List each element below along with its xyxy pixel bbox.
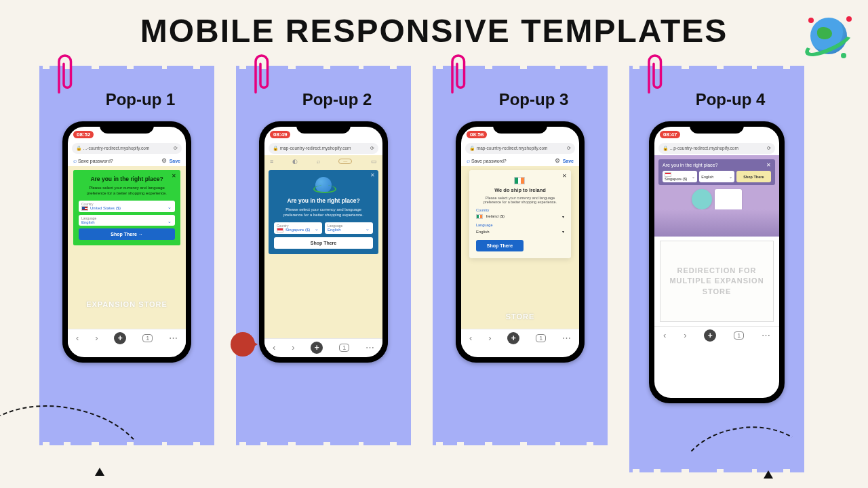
paperclip-icon xyxy=(642,51,666,98)
url-bar[interactable]: 🔒 map-country-redirect.myshopify.com⟳ xyxy=(465,143,575,154)
lock-icon: 🔒 xyxy=(273,146,279,150)
page-title: MOBILE RESPONSIVE TEMPLATES xyxy=(0,0,868,49)
globe-icon xyxy=(804,14,853,62)
refresh-icon[interactable]: ⟳ xyxy=(767,146,771,151)
save-password-prompt: Save password? xyxy=(78,159,113,163)
more-icon[interactable]: ⋯ xyxy=(366,342,374,352)
refresh-icon[interactable]: ⟳ xyxy=(567,146,571,151)
language-select[interactable]: English▾ xyxy=(476,228,564,236)
status-time: 08:49 xyxy=(270,131,290,138)
browser-nav: ‹ › + 1 ⋯ xyxy=(654,326,779,344)
lock-icon: 🔒 xyxy=(663,146,669,150)
paperclip-icon xyxy=(52,51,76,98)
bag-icon[interactable]: ▭ xyxy=(371,158,377,165)
url-bar[interactable]: 🔒 map-country-redirect.myshopify.com⟳ xyxy=(269,143,378,154)
logo-icon: ◐ xyxy=(292,158,298,165)
template-card-4: Pop-up 4 08:47 🔒 ...p-country-redirect.m… xyxy=(629,66,804,472)
lock-icon: 🔒 xyxy=(76,146,82,150)
back-icon[interactable]: ‹ xyxy=(469,333,472,343)
flag-sg-icon xyxy=(665,172,671,177)
save-button[interactable]: Save xyxy=(563,159,574,163)
template-card-3: Pop-up 3 08:56 🔒 map-country-redirect.my… xyxy=(433,66,608,445)
chevron-down-icon: ⌄ xyxy=(167,219,172,224)
search-icon[interactable]: ⌕ xyxy=(317,158,320,165)
back-icon[interactable]: ‹ xyxy=(76,333,79,343)
country-select[interactable]: Ireland ($)▾ xyxy=(476,213,564,221)
new-tab-button[interactable]: + xyxy=(507,332,519,344)
more-icon[interactable]: ⋯ xyxy=(762,330,770,340)
card-label: Pop-up 4 xyxy=(665,90,796,109)
template-card-1: Pop-up 1 08:52 🔒 ...-country-redirect.my… xyxy=(39,66,214,445)
url-bar[interactable]: 🔒 ...-country-redirect.myshopify.com⟳ xyxy=(72,143,182,154)
refresh-icon[interactable]: ⟳ xyxy=(174,146,178,151)
decorative-dot xyxy=(231,332,255,357)
language-select[interactable]: English⌄ xyxy=(699,171,734,182)
language-select[interactable]: Language English ⌄ xyxy=(79,215,175,226)
shop-there-button[interactable]: Shop There xyxy=(476,240,524,251)
more-icon[interactable]: ⋯ xyxy=(562,333,571,343)
back-icon[interactable]: ‹ xyxy=(273,342,275,352)
arrow-up-icon xyxy=(95,468,104,476)
new-tab-button[interactable]: + xyxy=(114,332,126,344)
chevron-down-icon: ⌄ xyxy=(729,175,732,179)
popup-heading: Are you in the right place? xyxy=(663,163,717,167)
close-icon[interactable]: ✕ xyxy=(766,162,771,168)
popup-green: ✕ Are you in the right place? Please sel… xyxy=(73,170,180,245)
more-icon[interactable]: ⋯ xyxy=(169,333,178,343)
popup-subtext: Please select your currency and language… xyxy=(79,185,175,197)
browser-nav: ‹ › + 1 ⋯ xyxy=(264,338,382,356)
tabs-icon[interactable]: 1 xyxy=(734,331,744,340)
url-bar[interactable]: 🔒 ...p-country-redirect.myshopify.com⟳ xyxy=(658,143,775,154)
forward-icon[interactable]: › xyxy=(95,333,98,343)
browser-nav: ‹ › + 1 ⋯ xyxy=(68,329,186,346)
shop-there-button[interactable]: Shop There → xyxy=(79,228,175,240)
card-label: Pop-up 2 xyxy=(271,90,403,109)
gear-icon[interactable]: ⚙ xyxy=(555,157,560,164)
phone-mockup: 08:56 🔒 map-country-redirect.myshopify.c… xyxy=(456,121,585,363)
close-icon[interactable]: ✕ xyxy=(562,173,567,179)
forward-icon[interactable]: › xyxy=(292,342,294,352)
chevron-down-icon: ⌄ xyxy=(315,226,319,232)
close-icon[interactable]: ✕ xyxy=(370,172,375,178)
phone-mockup: 08:47 🔒 ...p-country-redirect.myshopify.… xyxy=(649,121,785,403)
menu-icon[interactable]: ≡ xyxy=(270,158,273,165)
language-label: Language xyxy=(476,223,564,227)
chevron-down-icon: ⌄ xyxy=(366,226,370,232)
new-tab-button[interactable]: + xyxy=(704,329,716,342)
country-select[interactable]: Country Singapore ($) ⌄ xyxy=(274,222,322,234)
popup-cream: ✕ We do ship to Ireland Please select yo… xyxy=(469,170,571,258)
popup-heading: We do ship to Ireland xyxy=(476,187,564,193)
country-select[interactable]: Country United States ($) ⌄ xyxy=(79,201,175,212)
flag-us-icon xyxy=(81,206,88,211)
forward-icon[interactable]: › xyxy=(488,333,491,343)
back-icon[interactable]: ‹ xyxy=(663,330,666,340)
browser-nav: ‹ › + 1 ⋯ xyxy=(461,329,579,346)
gear-icon[interactable]: ⚙ xyxy=(161,157,167,164)
popup-subtext: Please select your currency and language… xyxy=(476,196,564,204)
tabs-icon[interactable]: 1 xyxy=(536,334,546,342)
save-button[interactable]: Save xyxy=(170,159,180,163)
hero-graphics xyxy=(658,189,775,211)
pill-button[interactable]: — xyxy=(338,159,352,164)
status-time: 08:47 xyxy=(660,131,680,138)
key-icon: ⌕ xyxy=(73,157,77,164)
chevron-down-icon: ▾ xyxy=(562,229,564,234)
shop-there-button[interactable]: Shop There xyxy=(274,237,373,249)
bg-banner-text: EXPANSION STORE xyxy=(68,300,186,308)
popup-bar: Are you in the right place? ✕ Singapore … xyxy=(658,159,775,185)
forward-icon[interactable]: › xyxy=(684,330,686,340)
close-icon[interactable]: ✕ xyxy=(172,173,176,179)
paperclip-icon xyxy=(445,51,469,98)
language-select[interactable]: Language English ⌄ xyxy=(325,222,373,234)
refresh-icon[interactable]: ⟳ xyxy=(370,146,374,151)
country-select[interactable]: Singapore ($)⌄ xyxy=(663,171,697,182)
new-tab-button[interactable]: + xyxy=(311,342,323,354)
tabs-icon[interactable]: 1 xyxy=(142,334,153,342)
save-password-prompt: Save password? xyxy=(471,159,507,163)
shop-there-button[interactable]: Shop There xyxy=(736,171,771,182)
arrow-up-icon xyxy=(764,470,773,479)
redirection-notice: REDIRECTION FOR MULTIPLE EXPANSION STORE xyxy=(660,241,774,322)
template-card-2: Pop-up 2 08:49 🔒 map-country-redirect.my… xyxy=(236,66,411,445)
key-icon: ⌕ xyxy=(467,157,470,164)
tabs-icon[interactable]: 1 xyxy=(339,344,349,352)
